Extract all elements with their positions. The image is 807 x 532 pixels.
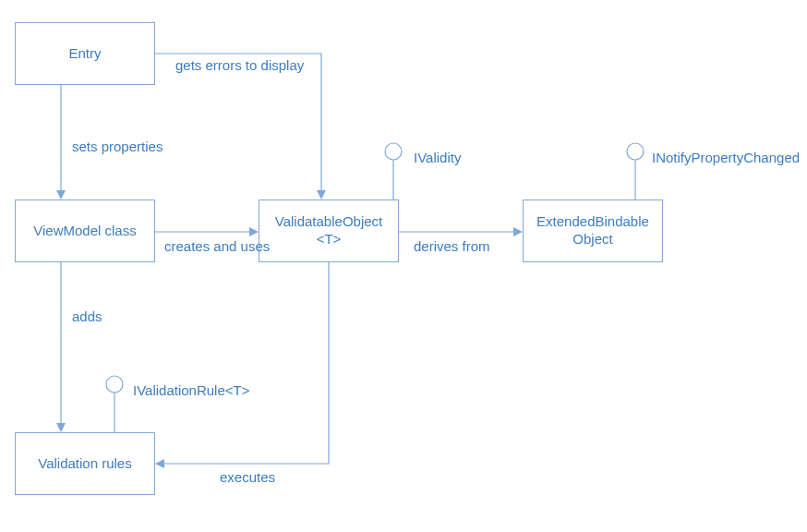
inpc-label: INotifyPropertyChanged [652,150,800,165]
validatable-label: ValidatableObject <T> [275,213,382,248]
ivalidity-label: IValidity [414,150,461,165]
svg-point-0 [385,143,402,160]
entry-label: Entry [68,45,101,63]
validatable-box: ValidatableObject <T> [259,200,399,262]
sets-properties-arrow [52,85,70,200]
extendedbindable-box: ExtendedBindable Object [523,200,663,262]
adds-label: adds [72,308,102,324]
validationrules-label: Validation rules [38,455,131,473]
creates-uses-label: creates and uses [164,238,270,254]
entry-box: Entry [15,22,155,85]
viewmodel-box: ViewModel class [15,200,155,262]
gets-errors-label: gets errors to display [175,57,304,73]
sets-properties-label: sets properties [72,139,163,154]
executes-arrow [155,262,340,475]
validationrules-box: Validation rules [15,432,155,495]
svg-point-2 [627,143,644,160]
ivalidity-lollipop [384,142,403,200]
viewmodel-label: ViewModel class [33,223,136,240]
extendedbindable-label: ExtendedBindable Object [536,213,649,248]
executes-label: executes [220,469,275,485]
ivalidationrule-label: IValidationRule<T> [133,382,249,398]
ivalidationrule-lollipop [105,375,124,432]
svg-point-4 [106,376,123,393]
derives-from-arrow [399,225,523,238]
derives-from-label: derives from [414,238,490,254]
inpc-lollipop [626,142,644,200]
adds-arrow [52,262,70,432]
creates-uses-arrow [155,225,259,238]
